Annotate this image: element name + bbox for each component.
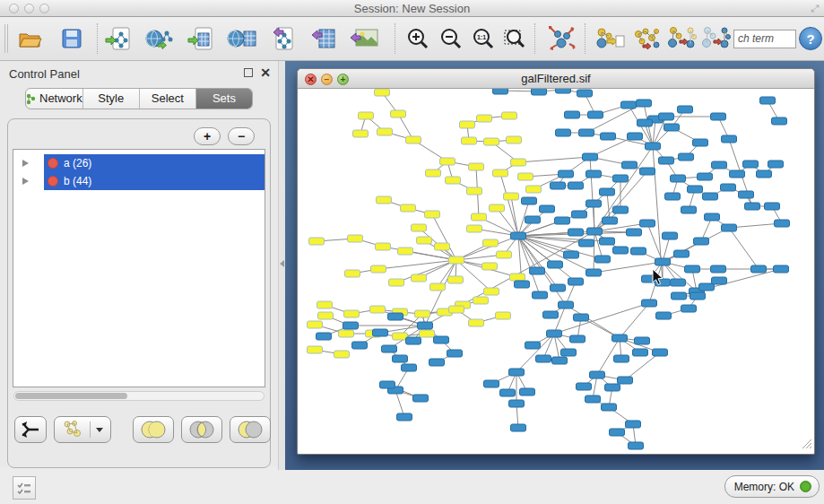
control-panel: Control Panel ✕ Network Style Select Set…: [0, 61, 278, 466]
zoom-fit-icon[interactable]: [499, 22, 531, 55]
export-table-icon[interactable]: [308, 22, 341, 55]
zoom-in-icon[interactable]: [402, 22, 434, 55]
open-session-icon[interactable]: [14, 22, 47, 55]
toolbar-separator: [585, 23, 585, 54]
tab-network-label: Network: [39, 89, 82, 109]
zoom-actual-size-icon[interactable]: 1:1: [467, 22, 499, 55]
sets-list[interactable]: a (26) b (44): [13, 149, 265, 387]
network-window-title: galFiltered.sif: [298, 72, 814, 85]
tab-select-label: Select: [152, 89, 184, 109]
export-image-icon[interactable]: [348, 22, 380, 55]
horizontal-scrollbar[interactable]: [13, 391, 265, 401]
task-history-icon[interactable]: [13, 476, 36, 500]
network-tab-icon: [26, 93, 36, 105]
control-panel-title: Control Panel: [9, 67, 80, 81]
main-toolbar: 1:1 ch term ?: [0, 17, 824, 61]
difference-icon[interactable]: [230, 416, 271, 443]
toolbar-drag-handle[interactable]: [4, 24, 8, 53]
scrollbar-thumb[interactable]: [15, 393, 127, 399]
network-window-titlebar[interactable]: ✕ − + galFiltered.sif: [298, 69, 814, 89]
help-icon[interactable]: ?: [799, 27, 822, 50]
select-first-neighbors-icon[interactable]: [629, 22, 662, 55]
network-window[interactable]: ✕ − + galFiltered.sif: [297, 68, 815, 455]
copy-selection-icon[interactable]: [665, 22, 698, 55]
resize-grip-icon[interactable]: [800, 437, 812, 449]
float-panel-icon[interactable]: [244, 68, 253, 77]
toolbar-separator: [395, 23, 395, 54]
toolbar-separator: [534, 23, 535, 54]
network-desktop: ✕ − + galFiltered.sif: [285, 61, 824, 470]
tab-sets-label: Sets: [213, 89, 236, 109]
svg-text:1:1: 1:1: [477, 34, 486, 40]
toolbar-separator: [97, 23, 98, 54]
expand-triangle-icon[interactable]: [22, 160, 29, 167]
collapse-panel-icon[interactable]: [280, 260, 284, 267]
chevron-down-icon[interactable]: [95, 426, 104, 433]
panel-splitter[interactable]: [278, 61, 285, 470]
list-item[interactable]: b (44): [13, 172, 265, 190]
network-canvas[interactable]: [298, 89, 814, 451]
import-network-web-icon[interactable]: [143, 22, 176, 55]
union-icon[interactable]: [133, 416, 174, 443]
status-bar: Memory: OK: [0, 470, 824, 504]
export-network-icon[interactable]: [267, 22, 299, 55]
add-set-button[interactable]: +: [194, 127, 221, 145]
network-graph[interactable]: [298, 89, 814, 451]
import-network-file-icon[interactable]: [102, 22, 134, 55]
intersection-icon[interactable]: [181, 416, 222, 443]
zoom-out-icon[interactable]: [435, 22, 467, 55]
apply-layout-icon[interactable]: [545, 22, 577, 55]
mouse-cursor-icon: [652, 268, 664, 286]
set-label: a (26): [64, 157, 91, 169]
app-title: Session: New Session: [0, 2, 824, 15]
set-marker-icon: [48, 176, 58, 187]
control-panel-header: Control Panel ✕: [0, 63, 278, 84]
close-panel-icon[interactable]: ✕: [260, 65, 271, 80]
yellow-network-icon: [62, 420, 85, 439]
create-set-from-network-button[interactable]: [54, 416, 111, 443]
application-window: Session: New Session ⤢: [0, 0, 824, 504]
select-from-file-icon[interactable]: [594, 22, 626, 55]
remove-set-button[interactable]: −: [228, 127, 255, 145]
button-divider: [90, 421, 91, 438]
control-panel-tabbar: Network Style Select Sets: [25, 88, 253, 109]
import-table-web-icon[interactable]: [226, 22, 258, 55]
expand-triangle-icon[interactable]: [22, 178, 29, 185]
tab-sets[interactable]: Sets: [196, 89, 252, 109]
search-input[interactable]: ch term: [733, 30, 796, 48]
import-table-file-icon[interactable]: [185, 22, 217, 55]
set-marker-icon: [48, 158, 58, 169]
tab-select[interactable]: Select: [140, 89, 196, 109]
expand-corner-icon[interactable]: ⤢: [811, 3, 819, 14]
memory-status-label: Memory: OK: [734, 481, 794, 493]
split-set-icon[interactable]: [14, 416, 47, 443]
tab-style-label: Style: [98, 89, 124, 109]
set-label: b (44): [64, 175, 91, 187]
app-titlebar[interactable]: Session: New Session ⤢: [0, 0, 824, 17]
tab-style[interactable]: Style: [83, 89, 140, 109]
save-session-icon[interactable]: [56, 22, 88, 55]
memory-status-button[interactable]: Memory: OK: [724, 475, 820, 498]
list-item[interactable]: a (26): [13, 154, 265, 172]
memory-ok-icon: [800, 481, 811, 492]
tab-network[interactable]: Network: [26, 89, 83, 109]
invert-selection-icon[interactable]: [699, 22, 732, 55]
